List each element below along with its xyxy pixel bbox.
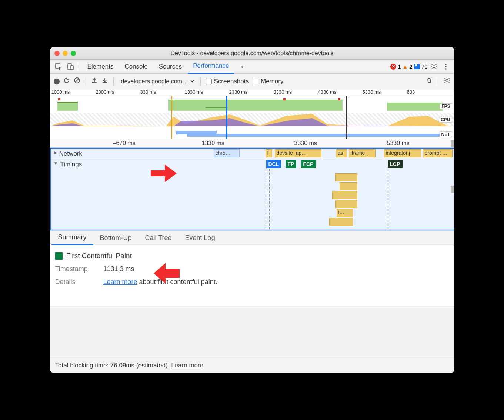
memory-label: Memory	[261, 78, 283, 85]
inspect-icon[interactable]	[53, 61, 64, 72]
longtask-block[interactable]	[335, 200, 357, 208]
tab-performance[interactable]: Performance	[188, 60, 234, 74]
network-track-body[interactable]: chro… f devsite_ap… as iframe_ integrato…	[95, 149, 454, 159]
blocking-time-value: 76.09ms (estimated)	[110, 362, 168, 369]
screenshots-checkbox[interactable]: Screenshots	[206, 78, 249, 85]
svg-point-5	[445, 66, 447, 67]
kebab-menu-icon[interactable]	[440, 61, 451, 72]
separator	[438, 77, 438, 86]
timestamp-label: Timestamp	[55, 265, 96, 273]
annotation-arrow-icon	[151, 161, 177, 182]
device-icon[interactable]	[65, 61, 76, 72]
window-title: DevTools - developers.google.com/web/too…	[54, 50, 450, 57]
separator	[200, 77, 201, 86]
svg-point-3	[433, 66, 435, 68]
separator	[113, 77, 114, 86]
memory-input[interactable]	[253, 79, 258, 84]
network-request[interactable]: f	[266, 149, 272, 157]
message-count: 70	[421, 63, 428, 70]
error-badge-icon: ✕	[390, 64, 396, 70]
tab-console[interactable]: Console	[119, 60, 153, 74]
tabs-overflow[interactable]: »	[235, 60, 248, 74]
longtask-block[interactable]: l…	[337, 209, 353, 217]
longtask-block[interactable]	[332, 191, 357, 199]
scrollbar-thumb[interactable]	[451, 186, 454, 193]
timing-dcl[interactable]: DCL	[266, 160, 281, 168]
timing-fp[interactable]: FP	[286, 160, 297, 168]
download-icon[interactable]	[101, 77, 108, 86]
network-request[interactable]: as	[336, 149, 347, 157]
status-icons[interactable]: ✕ 1 ▲ 2 ▘ 70	[390, 63, 427, 70]
network-track-label[interactable]: ▶ Network	[51, 149, 95, 159]
capture-settings-icon[interactable]	[443, 77, 451, 86]
ruler-tick: 5330 ms	[361, 89, 405, 96]
titlebar: DevTools - developers.google.com/web/too…	[50, 47, 454, 60]
overview-ruler: 1000 ms 2000 ms 330 ms 1330 ms 2330 ms 3…	[50, 89, 454, 96]
ruler-tick: 2330 ms	[228, 89, 272, 96]
collapse-icon[interactable]: ▼	[54, 161, 58, 166]
trash-icon[interactable]	[426, 77, 433, 86]
screenshots-input[interactable]	[206, 79, 212, 84]
maximize-icon[interactable]	[71, 51, 76, 56]
ruler-tick: 1330 ms	[183, 89, 228, 96]
expand-icon[interactable]: ▶	[54, 150, 57, 155]
timings-track[interactable]: ▼ Timings DCL FP FCP LCP l…	[51, 159, 454, 230]
memory-checkbox[interactable]: Memory	[253, 78, 283, 85]
reload-icon[interactable]	[63, 77, 70, 86]
overview-panel[interactable]: 1000 ms 2000 ms 330 ms 1330 ms 2330 ms 3…	[50, 89, 454, 139]
tab-elements[interactable]: Elements	[82, 60, 119, 74]
minimize-icon[interactable]	[63, 51, 68, 56]
summary-tabbar: Summary Bottom-Up Call Tree Event Log	[50, 230, 454, 245]
ruler-tick: 330 ms	[139, 89, 183, 96]
perf-toolbar: developers.google.com… Screenshots Memor…	[50, 74, 454, 89]
timing-fcp[interactable]: FCP	[301, 160, 316, 168]
longtask-block[interactable]	[329, 218, 353, 226]
svg-point-6	[445, 68, 447, 70]
network-request[interactable]: prompt …	[423, 149, 453, 157]
annotation-arrow-icon	[154, 263, 180, 284]
detail-ruler[interactable]: –670 ms 1330 ms 3330 ms 5330 ms	[50, 139, 454, 148]
network-request[interactable]: devsite_ap…	[275, 149, 321, 157]
timing-lcp[interactable]: LCP	[388, 160, 403, 168]
learn-more-link[interactable]: Learn more	[103, 278, 137, 286]
clear-icon[interactable]	[74, 77, 80, 86]
longtask-block[interactable]	[340, 182, 357, 190]
messages-badge-icon: ▘	[414, 64, 420, 69]
ruler-tick: 4330 ms	[317, 89, 361, 96]
network-request[interactable]: integrator.j	[384, 149, 421, 157]
close-icon[interactable]	[54, 51, 60, 56]
stab-call-tree[interactable]: Call Tree	[138, 230, 178, 245]
error-count: 1	[398, 63, 401, 70]
scrollbar-thumb[interactable]	[451, 140, 454, 147]
ruler-tick: –670 ms	[113, 140, 136, 147]
network-request[interactable]: chro…	[214, 149, 240, 157]
net-lane	[50, 130, 454, 137]
cpu-label: CPU	[439, 117, 452, 123]
record-button[interactable]	[54, 79, 60, 84]
snapshot-select[interactable]: developers.google.com…	[119, 77, 195, 86]
net-label: NET	[440, 131, 452, 137]
event-color-swatch	[55, 252, 63, 260]
ruler-tick: 3330 ms	[294, 140, 317, 147]
timings-track-body[interactable]: DCL FP FCP LCP l…	[95, 159, 454, 229]
stab-bottom-up[interactable]: Bottom-Up	[93, 230, 138, 245]
empty-area	[50, 306, 454, 358]
network-request[interactable]: iframe_	[349, 149, 376, 157]
longtask-block[interactable]	[335, 173, 357, 181]
fps-label: FPS	[440, 103, 452, 109]
main-tabbar: Elements Console Sources Performance » ✕…	[50, 60, 454, 74]
stab-summary[interactable]: Summary	[51, 230, 93, 245]
svg-rect-2	[71, 66, 73, 70]
separator	[79, 63, 79, 71]
network-track[interactable]: ▶ Network chro… f devsite_ap… as iframe_…	[51, 149, 454, 159]
timing-vline	[266, 169, 266, 229]
overview-body[interactable]: FPS CPU NET	[50, 96, 454, 139]
footer-learn-more-link[interactable]: Learn more	[171, 362, 203, 369]
stab-event-log[interactable]: Event Log	[178, 230, 222, 245]
tab-sources[interactable]: Sources	[154, 60, 187, 74]
settings-icon[interactable]	[428, 61, 440, 72]
flame-chart[interactable]: ▶ Network chro… f devsite_ap… as iframe_…	[50, 148, 454, 230]
upload-icon[interactable]	[91, 77, 98, 86]
timings-track-label[interactable]: ▼ Timings	[51, 159, 95, 229]
track-label-text: Network	[59, 150, 82, 157]
